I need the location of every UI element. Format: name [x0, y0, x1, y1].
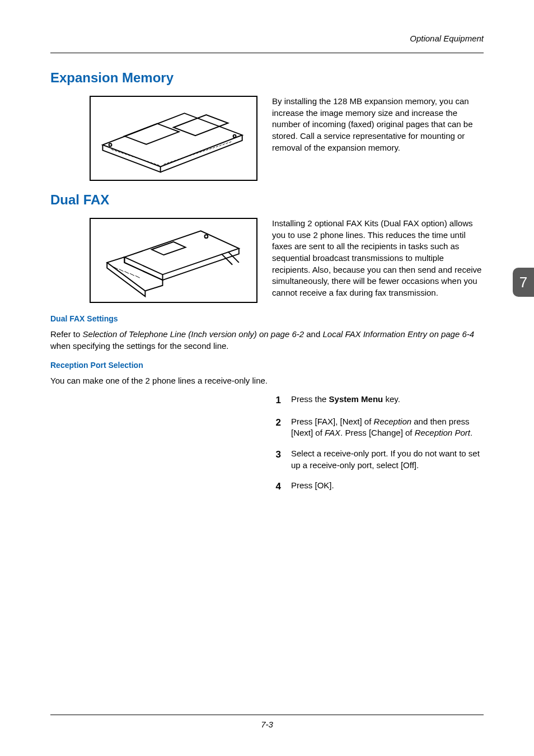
- svg-marker-1: [124, 124, 179, 144]
- figure-expansion-memory: [90, 96, 257, 181]
- step-3: 3 Select a receive-only port. If you do …: [271, 448, 484, 471]
- svg-line-35: [213, 147, 215, 148]
- svg-line-50: [130, 273, 134, 276]
- text: . Press [Change] of: [340, 428, 415, 437]
- ui-term: Reception Port: [415, 428, 470, 437]
- svg-point-3: [109, 143, 112, 146]
- expansion-memory-body: By installing the 128 MB expansion memor…: [272, 96, 484, 153]
- step-number: 3: [271, 448, 281, 471]
- memory-module-icon: [91, 97, 256, 180]
- svg-point-46: [205, 235, 208, 238]
- svg-line-36: [216, 146, 218, 147]
- svg-line-39: [226, 143, 228, 144]
- ref-link-1: Selection of Telephone Line (Inch versio…: [83, 329, 305, 339]
- text: when specifying the settings for the sec…: [50, 341, 229, 351]
- dual-fax-settings-body: Refer to Selection of Telephone Line (In…: [50, 329, 484, 352]
- header-rule: [50, 53, 484, 53]
- svg-line-34: [209, 148, 212, 150]
- dual-fax-body: Installing 2 optional FAX Kits (Dual FAX…: [272, 218, 484, 299]
- page-number: 7-3: [50, 720, 484, 729]
- svg-line-48: [119, 269, 124, 272]
- svg-marker-43: [152, 242, 185, 255]
- step-number: 2: [271, 416, 281, 439]
- ui-term: Reception: [374, 417, 412, 426]
- step-1: 1 Press the System Menu key.: [271, 394, 484, 407]
- fax-kit-icon: [91, 219, 256, 302]
- figure-dual-fax: [90, 218, 257, 303]
- svg-line-40: [229, 142, 231, 143]
- header-section: Optional Equipment: [410, 34, 484, 43]
- text: Refer to: [50, 329, 83, 339]
- svg-marker-41: [124, 231, 238, 274]
- step-4: 4 Press [OK].: [271, 480, 484, 493]
- footer-rule: [50, 715, 484, 715]
- svg-line-51: [135, 276, 140, 278]
- text: .: [470, 428, 472, 437]
- heading-dual-fax: Dual FAX: [50, 192, 484, 208]
- footer: 7-3: [50, 715, 484, 729]
- svg-marker-2: [174, 115, 228, 136]
- step-body: Select a receive-only port. If you do no…: [291, 448, 484, 471]
- svg-line-49: [124, 271, 129, 273]
- chapter-tab: 7: [513, 268, 534, 297]
- text: and: [304, 329, 322, 339]
- svg-point-4: [233, 135, 236, 138]
- key-name: System Menu: [329, 394, 383, 404]
- step-body: Press the System Menu key.: [291, 394, 484, 407]
- text: key.: [383, 394, 400, 404]
- heading-reception-port: Reception Port Selection: [50, 361, 484, 370]
- svg-line-37: [219, 145, 222, 146]
- heading-expansion-memory: Expansion Memory: [50, 70, 484, 86]
- step-2: 2 Press [FAX], [Next] of Reception and t…: [271, 416, 484, 439]
- heading-dual-fax-settings: Dual FAX Settings: [50, 314, 484, 323]
- step-body: Press [FAX], [Next] of Reception and the…: [291, 416, 484, 439]
- reception-port-intro: You can make one of the 2 phone lines a …: [50, 375, 484, 387]
- ref-link-2: Local FAX Information Entry on page 6-4: [322, 329, 474, 339]
- ui-term: FAX: [325, 428, 340, 437]
- step-number: 4: [271, 480, 281, 493]
- steps-list: 1 Press the System Menu key. 2 Press [FA…: [271, 394, 484, 493]
- step-body: Press [OK].: [291, 480, 484, 493]
- svg-line-38: [223, 144, 225, 145]
- step-number: 1: [271, 394, 281, 407]
- text: Press the: [291, 394, 329, 404]
- text: Press [FAX], [Next] of: [291, 417, 374, 426]
